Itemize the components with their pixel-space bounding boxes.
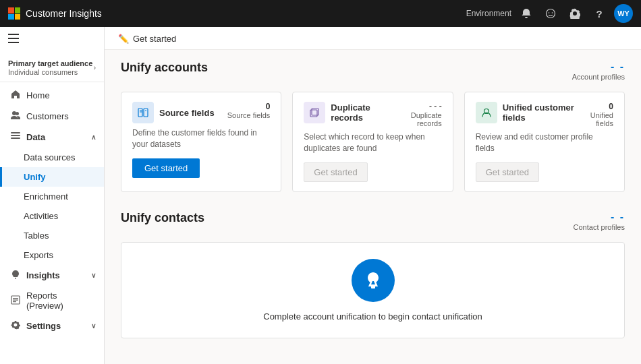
account-profiles-label: Account profiles: [572, 73, 625, 81]
duplicate-records-count-label: Duplicate records: [391, 111, 441, 127]
svg-rect-4: [8, 38, 19, 39]
unified-fields-get-started-button: Get started: [476, 162, 539, 182]
unify-accounts-header: Unify accounts - - Account profiles: [121, 61, 625, 81]
svg-rect-3: [8, 34, 19, 35]
svg-rect-6: [11, 138, 20, 139]
svg-rect-11: [13, 299, 18, 300]
sidebar-item-home[interactable]: Home: [0, 85, 104, 106]
unified-fields-title: Unified customer fields: [503, 102, 578, 123]
unified-fields-action: Get started: [476, 162, 613, 182]
source-fields-description: Define the customer fields found in your…: [132, 127, 270, 150]
svg-point-1: [549, 12, 550, 13]
app-logo[interactable]: Customer Insights: [8, 7, 102, 20]
help-icon[interactable]: ?: [590, 4, 609, 23]
source-fields-card: Source fields 0 Source fields Define the…: [121, 92, 281, 192]
sidebar-item-data[interactable]: Data ∧: [0, 127, 104, 148]
primary-audience-label: Primary target audience: [8, 59, 92, 68]
contacts-empty-state: Complete account unification to begin co…: [121, 242, 625, 338]
hamburger-menu[interactable]: [0, 27, 104, 52]
sidebar-navigation: Home Customers Data ∧ Data sources: [0, 82, 104, 339]
card-icon-title: Source fields: [132, 102, 215, 123]
app-name: Customer Insights: [26, 8, 102, 19]
sidebar-item-reports[interactable]: Reports (Preview): [0, 286, 104, 315]
sidebar-label: Home: [26, 90, 96, 100]
sidebar: Primary target audience Individual consu…: [0, 27, 105, 364]
microsoft-logo-icon: [8, 7, 20, 20]
card-header: Unified customer fields 0 Unified fields: [476, 102, 613, 127]
source-fields-title: Source fields: [159, 108, 215, 118]
emoji-icon[interactable]: [541, 4, 560, 23]
settings-icon[interactable]: [565, 4, 584, 23]
source-fields-action: Get started: [132, 158, 270, 178]
breadcrumb: ✏️ Get started: [105, 27, 641, 50]
environment-label: Environment: [466, 9, 511, 18]
svg-rect-10: [13, 298, 18, 299]
unified-fields-count-label: Unified fields: [578, 111, 613, 127]
settings-nav-icon: [10, 320, 21, 332]
contacts-icon: [352, 259, 395, 302]
unified-fields-count: 0: [578, 102, 613, 111]
contact-profiles-count: - -: [574, 211, 625, 223]
svg-rect-21: [371, 285, 375, 289]
card-header: Duplicate records - - - Duplicate record…: [304, 102, 441, 127]
customers-icon: [10, 111, 21, 122]
sidebar-label: Activities: [24, 211, 96, 221]
insights-collapse-icon: ∨: [91, 272, 96, 279]
duplicate-records-icon: [304, 102, 325, 123]
source-fields-get-started-button[interactable]: Get started: [132, 158, 200, 178]
source-fields-count-box: 0 Source fields: [227, 102, 271, 119]
unified-fields-count-box: 0 Unified fields: [578, 102, 613, 127]
primary-audience-text: Primary target audience Individual consu…: [8, 59, 92, 76]
topnav-right-area: Environment ? WY: [466, 4, 633, 23]
sidebar-label: Settings: [26, 321, 86, 331]
sidebar-item-customers[interactable]: Customers: [0, 106, 104, 127]
svg-rect-7: [11, 135, 20, 136]
sidebar-label: Tables: [24, 231, 96, 241]
primary-audience-section[interactable]: Primary target audience Individual consu…: [0, 52, 104, 82]
duplicate-records-count: - - -: [391, 102, 441, 111]
sidebar-label: Enrichment: [24, 191, 96, 202]
insights-icon: [10, 270, 21, 281]
content-body: Unify accounts - - Account profiles Sour…: [105, 50, 641, 349]
sidebar-label: Customers: [26, 111, 96, 121]
sidebar-item-exports[interactable]: Exports: [0, 245, 104, 265]
unified-fields-description: Review and edit customer profile fields: [476, 131, 613, 154]
unified-fields-icon: [476, 102, 497, 123]
account-profiles-count-box: - - Account profiles: [572, 61, 625, 81]
duplicate-records-description: Select which record to keep when duplica…: [304, 131, 441, 154]
duplicate-records-action: Get started: [304, 162, 441, 182]
card-header: Source fields 0 Source fields: [132, 102, 270, 123]
reports-icon: [10, 295, 21, 307]
settings-collapse-icon: ∨: [91, 322, 96, 330]
svg-point-0: [547, 9, 555, 18]
sidebar-label: Insights: [26, 270, 86, 280]
sidebar-item-unify[interactable]: Unify: [0, 167, 104, 187]
unified-fields-card: Unified customer fields 0 Unified fields…: [464, 92, 625, 192]
sidebar-item-tables[interactable]: Tables: [0, 226, 104, 245]
unify-contacts-header: Unify contacts - - Contact profiles: [121, 211, 625, 231]
source-fields-count: 0: [227, 102, 271, 111]
account-profiles-count: - -: [572, 61, 625, 73]
sidebar-label: Reports (Preview): [26, 291, 96, 311]
duplicate-records-count-box: - - - Duplicate records: [391, 102, 441, 127]
contact-profiles-label: Contact profiles: [574, 223, 625, 231]
sidebar-item-enrichment[interactable]: Enrichment: [0, 187, 104, 206]
home-icon: [10, 90, 21, 101]
svg-rect-12: [13, 301, 16, 302]
notification-icon[interactable]: [517, 4, 536, 23]
primary-audience-chevron-icon: ›: [94, 64, 96, 71]
card-icon-title: Duplicate records: [304, 102, 391, 123]
source-fields-icon: [132, 102, 154, 123]
user-avatar[interactable]: WY: [614, 4, 633, 23]
sidebar-item-data-sources[interactable]: Data sources: [0, 148, 104, 167]
duplicate-records-card: Duplicate records - - - Duplicate record…: [292, 92, 453, 192]
sidebar-item-settings[interactable]: Settings ∨: [0, 315, 104, 336]
sidebar-label: Unify: [24, 172, 96, 182]
svg-rect-8: [11, 132, 20, 133]
sidebar-item-insights[interactable]: Insights ∨: [0, 265, 104, 286]
source-fields-count-label: Source fields: [227, 111, 271, 119]
duplicate-records-get-started-button: Get started: [304, 162, 367, 182]
svg-point-2: [552, 12, 553, 13]
breadcrumb-text: Get started: [133, 34, 176, 44]
sidebar-item-activities[interactable]: Activities: [0, 206, 104, 226]
